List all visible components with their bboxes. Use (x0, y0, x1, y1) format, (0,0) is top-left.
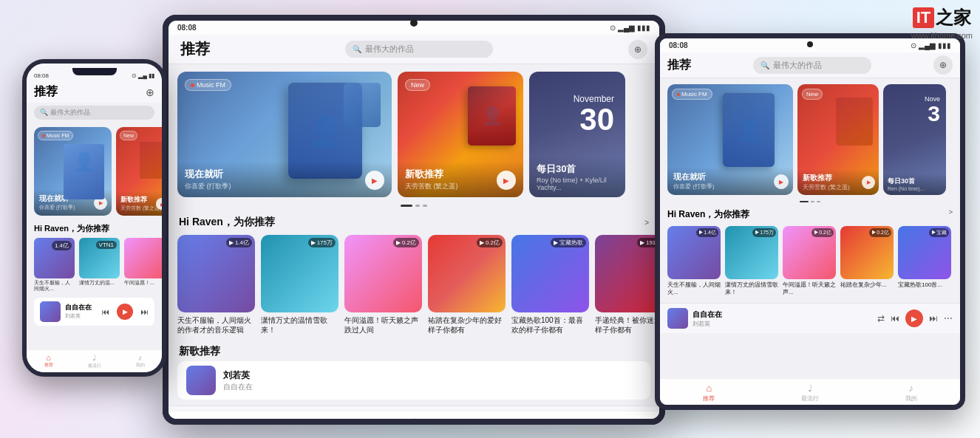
rt-featured-row: Music FM 👤 现在就听 你喜爱 (打歌季) ▶ (660, 78, 960, 201)
rt-card3-date: Nove 3 (925, 95, 940, 125)
tablet-pl-5-thumb: ▶宝藏热歌 (511, 235, 589, 312)
rt-pl-5-name: 宝藏热歌100首... (898, 281, 951, 289)
tablet-pl-2-thumb: ▶175万 (261, 235, 338, 312)
rt-pl-4-name: 祐踏在复杂少年... (840, 281, 894, 289)
tablet-right-camera (807, 41, 813, 47)
rt-search-text: 最伟大的作品 (773, 60, 822, 71)
rt-more-btn[interactable]: ⋯ (944, 313, 953, 324)
phone-header-icon[interactable]: ⊕ (146, 86, 154, 98)
phone-player-thumb (40, 301, 61, 322)
tablet-header-icon[interactable]: ⊕ (628, 40, 647, 59)
tablet-card-new-songs[interactable]: New 👤 新歌推荐 天劳苦数 (繁之遥) ▶ (398, 72, 523, 197)
phone-card-now-playing[interactable]: Music FM 现在就听 你喜爱 (打歌季) ▶ 👤 (34, 127, 112, 216)
tablet-pl-4[interactable]: ▶0.2亿 祐踏在复杂少年的爱好样子你都有 (428, 235, 506, 335)
phone-card2-badge: New (120, 131, 137, 140)
rt-player-name: 自自在在 (693, 309, 873, 320)
rt-play-btn[interactable]: ▶ (905, 309, 923, 327)
rt-card-2[interactable]: New 新歌推荐 天劳苦数 (繁之遥) ▶ (797, 84, 879, 195)
phone-tab-charts-label: 最流行 (88, 363, 101, 369)
tablet-section-more[interactable]: > (644, 219, 649, 227)
tablet-pl-2-name: 潇情万丈的温情雪歌来！ (261, 315, 338, 335)
rt-card2-play[interactable]: ▶ (862, 176, 875, 189)
tablet-pl-1[interactable]: ▶ 1.4亿 天生不服输，人间烟火的作者才的音乐逻辑 (177, 235, 255, 335)
tablet-new-song-name: 刘若英 (223, 369, 642, 382)
phone-prev-btn[interactable]: ⏮ (101, 307, 109, 316)
phone-pl-2-name: 潇情万丈的温... (79, 280, 120, 286)
tablet-card1-subtitle: 你喜爱 (打歌季) (185, 182, 384, 191)
rt-section-more[interactable]: > (949, 208, 953, 221)
rt-card1-subtitle: 你喜爱 (打歌季) (673, 182, 787, 191)
tablet-search-bar[interactable]: 🔍 最伟大的作品 (345, 41, 493, 58)
tablet-card1-title: 现在就听 (185, 168, 384, 181)
rt-card-3[interactable]: Nove 3 每日30首 Ren (No time)... (883, 84, 946, 195)
tablet-pl-3[interactable]: ▶0.2亿 午间溢愿！听天籁之声跌过人间 (344, 235, 422, 335)
phone-next-btn[interactable]: ⏭ (140, 307, 149, 316)
tablet-card-now-playing[interactable]: Music FM 👤 现在就听 你喜爱 (打歌季) ▶ (177, 72, 392, 197)
phone-notch (72, 68, 117, 75)
phone-pl-1-count: 1.4亿 (52, 241, 72, 250)
rt-app-title: 推荐 (667, 58, 691, 73)
tablet-pl-5-name: 宝藏热歌100首：最喜欢的样子你都有 (511, 315, 589, 335)
rt-pl-1[interactable]: ▶1.4亿 天生不服输，人间烟火... (667, 226, 721, 295)
tablet-scroll-dots (169, 205, 659, 211)
rt-pl-2[interactable]: ▶175万 潇情万丈的温情雪歌来！ (725, 226, 778, 295)
phone-frame: 08:08 ⊙ ▂▄ ▮▮ 推荐 ⊕ 🔍 最伟大的作品 Musi (22, 59, 166, 377)
rt-search-bar[interactable]: 🔍 最伟大的作品 (753, 57, 871, 74)
rt-pl-3[interactable]: ▶0.2亿 午间溢愿！听天籁之声... (783, 226, 836, 295)
rt-player-bar: 自自在在 刘若英 ⇄ ⏮ ▶ ⏭ ⋯ (660, 303, 960, 333)
phone-tab-mine[interactable]: ♪ 我的 (136, 353, 145, 369)
phone-app-header: 推荐 ⊕ (27, 81, 162, 103)
phone-play-btn[interactable]: ▶ (117, 304, 133, 320)
phone-tab-home[interactable]: ⌂ 推荐 (44, 353, 53, 369)
tablet-pl-6[interactable]: ▶191.6万 手递经典！被你迷过的样子你都有 (595, 235, 659, 335)
rt-signal-icon: ▂▄▆ (919, 41, 936, 49)
tablet-right-screen: 08:08 ⊙ ▂▄▆ ▮▮▮ 推荐 🔍 最伟大的作品 ⊕ (660, 38, 960, 405)
logo-box: IT 之家 (913, 6, 972, 30)
tablet-pl-1-count: ▶ 1.4亿 (226, 238, 252, 247)
rt-pl-5[interactable]: ▶宝藏 宝藏热歌100首... (898, 226, 951, 295)
tablet-tab-mine[interactable]: ♪ 我的 (573, 416, 585, 419)
tablet-search-icon: 🔍 (353, 45, 361, 53)
logo-area: IT 之家 www.ithome.com (911, 6, 973, 40)
tablet-large-device: 08:08 ⊙ ▂▄▆ ▮▮▮ 推荐 🔍 最伟大的作品 ⊕ Music FM (163, 15, 665, 425)
tablet-card3-bottom: 每日30首 Roy (No time) + Kyle/Lil Yachty... (529, 157, 625, 197)
rt-header-icon[interactable]: ⊕ (933, 55, 953, 75)
rt-pl-4[interactable]: ▶0.2亿 祐踏在复杂少年... (840, 226, 894, 295)
tablet-card-daily[interactable]: November 30 每日30首 Roy (No time) + Kyle/L… (529, 72, 625, 197)
rt-app-header: 推荐 🔍 最伟大的作品 ⊕ (660, 52, 960, 78)
rt-next-btn[interactable]: ⏭ (929, 313, 938, 324)
phone-pl-1[interactable]: 1.4亿 天生不服输，人间烟火... (34, 238, 75, 292)
tablet-pl-3-thumb: ▶0.2亿 (344, 235, 422, 312)
phone-tab-home-label: 推荐 (44, 362, 53, 369)
phone-app-title: 推荐 (34, 84, 58, 100)
rt-pl-3-count: ▶0.2亿 (811, 228, 834, 237)
tablet-tab-home[interactable]: ⌂ 推荐 (243, 416, 255, 419)
phone-signal-icon: ▂▄ (138, 72, 147, 79)
phone-card-new-songs[interactable]: New 新歌推荐 天劳苦数 (繁之遥) ▶ (116, 127, 162, 216)
tablet-card2-face: 👤 (481, 106, 503, 126)
phone-tab-charts[interactable]: ♩ 最流行 (88, 353, 101, 369)
logo-url: www.ithome.com (911, 31, 973, 40)
rt-tab-charts[interactable]: ♩ 最流行 (801, 383, 819, 403)
phone-pl-3[interactable]: 午间溢愿！... (124, 238, 162, 292)
rt-repeat-btn[interactable]: ⇄ (877, 313, 885, 324)
tablet-pl-5[interactable]: ▶宝藏热歌 宝藏热歌100首：最喜欢的样子你都有 (511, 235, 589, 335)
phone-search-bar[interactable]: 🔍 最伟大的作品 (34, 106, 154, 120)
tablet-pl-2[interactable]: ▶175万 潇情万丈的温情雪歌来！ (261, 235, 338, 335)
tablet-right-device: 08:08 ⊙ ▂▄▆ ▮▮▮ 推荐 🔍 最伟大的作品 ⊕ (655, 33, 965, 410)
rt-prev-btn[interactable]: ⏮ (891, 313, 899, 324)
tablet-card1-play[interactable]: ▶ (365, 171, 384, 190)
tablet-wifi-icon: ⊙ (610, 24, 616, 32)
phone-pl-2[interactable]: VTN1 潇情万丈的温... (79, 238, 120, 292)
tablet-tab-charts[interactable]: ♩ 最流行 (405, 416, 423, 419)
tablet-card2-play[interactable]: ▶ (497, 171, 516, 190)
tablet-new-song-row[interactable]: 刘若英 自自在在 (177, 361, 650, 400)
rt-tab-mine[interactable]: ♪ 我的 (905, 383, 917, 403)
tablet-app-content: Music FM 👤 现在就听 你喜爱 (打歌季) ▶ (169, 64, 659, 411)
rt-card1-play[interactable]: ▶ (774, 174, 789, 189)
rt-card3-day: 3 (925, 103, 940, 125)
rt-tab-home[interactable]: ⌂ 推荐 (703, 383, 715, 403)
rt-tab-bar: ⌂ 推荐 ♩ 最流行 ♪ 我的 (660, 378, 960, 405)
rt-card-1[interactable]: Music FM 👤 现在就听 你喜爱 (打歌季) ▶ (667, 84, 793, 195)
rt-search-icon: 🔍 (760, 61, 769, 69)
